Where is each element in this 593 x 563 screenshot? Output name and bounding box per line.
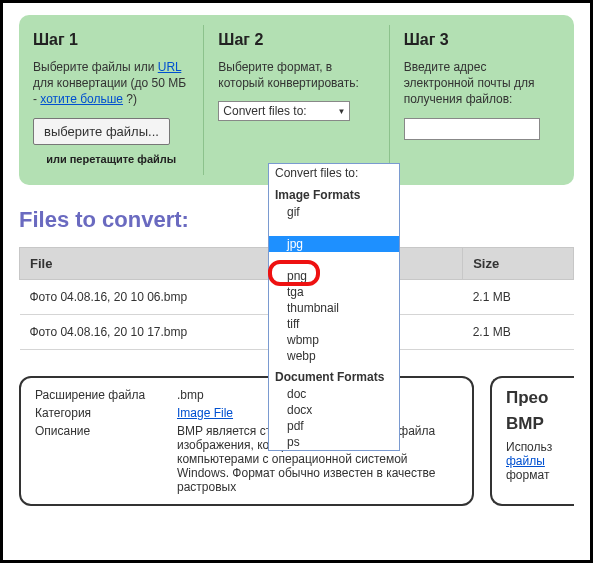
- dropdown-item[interactable]: gif: [269, 204, 399, 220]
- cat-label: Категория: [35, 406, 165, 420]
- dropdown-item[interactable]: ps: [269, 434, 399, 450]
- format-select[interactable]: Convert files to:: [218, 101, 350, 121]
- step-1-title: Шаг 1: [33, 31, 189, 49]
- dropdown-item[interactable]: [269, 220, 399, 236]
- dropdown-header: Convert files to:: [269, 164, 399, 182]
- format-dropdown[interactable]: Convert files to: Image Formats gif jpg …: [268, 163, 400, 451]
- category-link[interactable]: Image File: [177, 406, 233, 420]
- step-3-title: Шаг 3: [404, 31, 560, 49]
- dropdown-group-image: Image Formats: [269, 182, 399, 204]
- dropdown-item[interactable]: thumbnail: [269, 300, 399, 316]
- dropdown-item[interactable]: webp: [269, 348, 399, 364]
- email-field[interactable]: [404, 118, 540, 140]
- dropdown-item[interactable]: docx: [269, 402, 399, 418]
- url-link[interactable]: URL: [158, 60, 182, 74]
- step-3-desc: Введите адрес электронной почты для полу…: [404, 59, 560, 108]
- ext-label: Расширение файла: [35, 388, 165, 402]
- dropdown-item[interactable]: tiff: [269, 316, 399, 332]
- want-more-link[interactable]: хотите больше: [40, 92, 123, 106]
- right-link[interactable]: файлы: [506, 454, 545, 468]
- dropdown-item[interactable]: [269, 252, 399, 268]
- step-2-title: Шаг 2: [218, 31, 374, 49]
- dropdown-item[interactable]: wbmp: [269, 332, 399, 348]
- file-info-box: Расширение файла .bmp Категория Image Fi…: [19, 376, 474, 506]
- step-2: Шаг 2 Выберите формат, в который конверт…: [204, 25, 389, 175]
- dropdown-item[interactable]: doc: [269, 386, 399, 402]
- step-1-desc: Выберите файлы или URL для конвертации (…: [33, 59, 189, 108]
- step-2-desc: Выберите формат, в который конвертироват…: [218, 59, 374, 91]
- dropdown-item[interactable]: pdf: [269, 418, 399, 434]
- right-info-box: Прео BMP Использ файлы формат: [490, 376, 574, 506]
- dropdown-item-selected[interactable]: jpg: [269, 236, 399, 252]
- dropdown-item[interactable]: tga: [269, 284, 399, 300]
- choose-files-button[interactable]: выберите файлы...: [33, 118, 170, 145]
- ext-value: .bmp: [177, 388, 204, 402]
- drag-hint: или перетащите файлы: [33, 153, 189, 165]
- dropdown-group-document: Document Formats: [269, 364, 399, 386]
- col-size: Size: [463, 247, 574, 279]
- steps-container: Шаг 1 Выберите файлы или URL для конверт…: [19, 15, 574, 185]
- step-1: Шаг 1 Выберите файлы или URL для конверт…: [19, 25, 204, 175]
- desc-label: Описание: [35, 424, 165, 494]
- step-3: Шаг 3 Введите адрес электронной почты дл…: [390, 25, 574, 175]
- dropdown-item[interactable]: png: [269, 268, 399, 284]
